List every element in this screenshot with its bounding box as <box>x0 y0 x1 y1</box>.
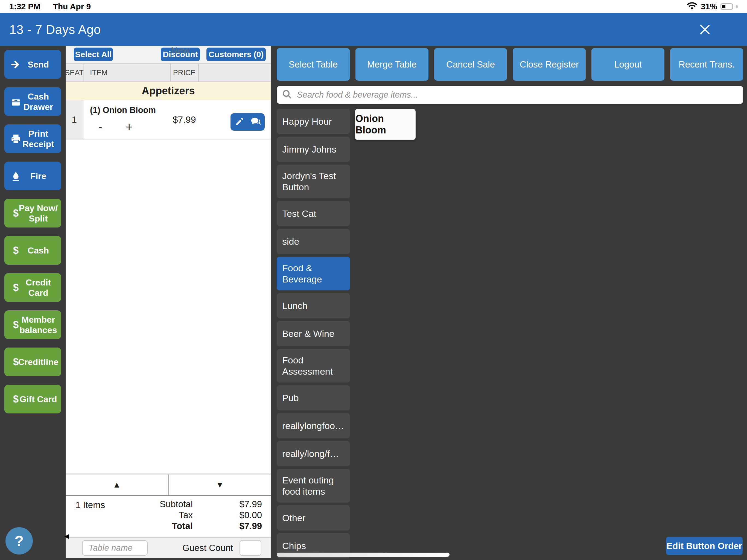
dollar-icon: $ <box>10 245 22 256</box>
scroll-down-button[interactable]: ▼ <box>169 475 271 495</box>
close-icon[interactable] <box>698 22 712 36</box>
pay-now-split-label: Pay Now/ Split <box>19 203 58 224</box>
product-button[interactable]: Onion Bloom <box>355 109 416 140</box>
summary-row: Total $7.99 <box>130 520 262 532</box>
category-button[interactable]: Test Cat <box>277 201 350 226</box>
dollar-icon: $ <box>10 282 22 294</box>
search-input[interactable] <box>297 90 738 100</box>
discount-button[interactable]: Discount <box>161 48 200 61</box>
printer-icon <box>10 133 22 145</box>
summary-value: $7.99 <box>193 499 262 509</box>
summary-row: Tax $0.00 <box>130 510 262 520</box>
item-column-header: ITEM <box>90 64 108 81</box>
gift-card-label: Gift Card <box>20 394 57 404</box>
summary-row: Subtotal $7.99 <box>130 499 262 510</box>
order-panel: Select All Discount New Customers (0) SE… <box>66 46 271 558</box>
item-name: (1) Onion Bloom <box>90 105 156 115</box>
wifi-icon <box>687 2 697 12</box>
print-receipt-label: Print Receipt <box>19 128 58 149</box>
summary-label: Tax <box>130 510 193 520</box>
decrease-quantity-button[interactable]: - <box>98 121 102 134</box>
scroll-edge-marker: ◀ <box>64 533 69 540</box>
fire-button[interactable]: Fire <box>4 161 61 190</box>
summary-rows: Subtotal $7.99 Tax $0.00 Total $7.99 <box>130 499 262 532</box>
order-footer: Guest Count <box>66 537 271 558</box>
item-price: $7.99 <box>170 100 198 138</box>
category-button[interactable]: Jimmy Johns <box>277 137 350 162</box>
credit-card-button[interactable]: $ Credit Card <box>4 273 61 302</box>
seat-number: 1 <box>66 100 83 138</box>
dollar-icon: $ <box>10 207 22 219</box>
battery-icon <box>720 3 733 10</box>
register-action-button[interactable]: Close Register <box>513 48 586 81</box>
register-action-button[interactable]: Logout <box>591 48 664 81</box>
gift-card-button[interactable]: $ Gift Card <box>4 385 61 413</box>
credit-card-label: Credit Card <box>19 277 58 298</box>
category-button[interactable]: reallylongfoo… <box>277 413 350 438</box>
creditline-label: Creditline <box>18 357 58 367</box>
summary-label: Subtotal <box>130 499 193 509</box>
dollar-icon: $ <box>10 393 22 405</box>
guest-count-input[interactable] <box>239 540 261 556</box>
status-bar: 1:32 PM Thu Apr 9 31% <box>0 0 747 13</box>
increase-quantity-button[interactable]: + <box>126 121 133 134</box>
category-button[interactable]: really/long/f… <box>277 441 350 466</box>
flame-icon <box>10 170 22 182</box>
order-pager: ▲ ▼ <box>66 474 271 496</box>
register-actions: Select TableMerge TableCancel SaleClose … <box>277 48 743 81</box>
print-receipt-button[interactable]: Print Receipt <box>4 124 61 153</box>
member-balances-button[interactable]: $ Member balances <box>4 310 61 339</box>
cash-drawer-button[interactable]: Cash Drawer <box>4 87 61 116</box>
summary-value: $0.00 <box>193 510 262 520</box>
edit-pencil-icon[interactable] <box>235 117 244 127</box>
scroll-up-button[interactable]: ▲ <box>66 475 168 495</box>
category-button[interactable]: Other <box>277 505 350 531</box>
register-action-button[interactable]: Merge Table <box>356 48 429 81</box>
category-button[interactable]: Beer & Wine <box>277 321 350 346</box>
column-divider <box>170 64 171 81</box>
category-button[interactable]: Pub <box>277 385 350 410</box>
category-button[interactable]: Lunch <box>277 293 350 318</box>
page-title: 13 - 7 Days Ago <box>9 22 101 37</box>
order-toolbar: Select All Discount New Customers (0) <box>66 46 271 63</box>
table-name-input[interactable] <box>82 540 148 556</box>
register-action-button[interactable]: Select Table <box>277 48 350 81</box>
category-button[interactable]: Food & Beverage <box>277 257 350 290</box>
item-actions[interactable] <box>231 113 265 131</box>
creditline-button[interactable]: $ Creditline <box>4 348 61 376</box>
category-button[interactable]: Jordyn's Test Button <box>277 164 350 198</box>
pay-now-split-button[interactable]: $ Pay Now/ Split <box>4 199 61 228</box>
battery-nub <box>736 5 738 8</box>
customers-button[interactable]: Customers (0) <box>206 48 266 61</box>
category-button[interactable]: side <box>277 229 350 254</box>
column-divider <box>198 64 199 81</box>
fire-label: Fire <box>30 171 47 181</box>
cash-drawer-label: Cash Drawer <box>19 91 58 112</box>
horizontal-scrollbar[interactable] <box>277 553 449 557</box>
send-label: Send <box>28 59 49 70</box>
member-balances-label: Member balances <box>19 314 58 335</box>
battery-percent: 31% <box>701 2 717 11</box>
category-button[interactable]: Food Assessment <box>277 349 350 383</box>
items-count: 1 Items <box>75 500 105 510</box>
cash-button[interactable]: $ Cash <box>4 236 61 265</box>
search-icon <box>282 89 292 101</box>
order-item-row[interactable]: 1 (1) Onion Bloom - + $7.99 <box>66 100 271 139</box>
register-action-button[interactable]: Recent Trans. <box>670 48 743 81</box>
dollar-icon: $ <box>10 319 22 331</box>
select-all-button[interactable]: Select All <box>74 48 113 61</box>
arrow-right-icon <box>10 58 22 71</box>
category-button[interactable]: Event outing food items <box>277 469 350 503</box>
chat-bubble-icon[interactable] <box>250 117 261 127</box>
product-grid: Onion Bloom <box>355 109 416 140</box>
title-bar: 13 - 7 Days Ago <box>0 13 747 46</box>
cash-drawer-icon <box>10 96 22 108</box>
category-button[interactable]: Happy Hour <box>277 109 350 134</box>
send-button[interactable]: Send <box>4 50 61 79</box>
register-action-button[interactable]: Cancel Sale <box>434 48 507 81</box>
order-category-band: Appetizers <box>66 82 271 100</box>
price-column-header: PRICE <box>170 64 198 81</box>
help-button[interactable]: ? <box>5 527 33 555</box>
edit-button-order-button[interactable]: Edit Button Order <box>666 537 743 555</box>
order-summary: 1 Items Subtotal $7.99 Tax $0.00 Total $… <box>66 496 271 537</box>
